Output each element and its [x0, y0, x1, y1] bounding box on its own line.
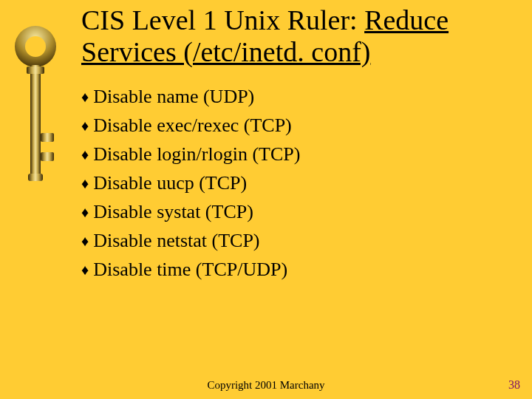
- slide-content: CIS Level 1 Unix Ruler: Reduce Services …: [81, 4, 522, 284]
- bullet-text: Disable uucp (TCP): [93, 172, 247, 194]
- copyright-footer: Copyright 2001 Marchany: [0, 379, 532, 392]
- list-item: ♦Disable uucp (TCP): [81, 168, 522, 197]
- list-item: ♦Disable netstat (TCP): [81, 226, 522, 255]
- title-plain: CIS Level 1 Unix Ruler:: [81, 4, 364, 35]
- page-number: 38: [508, 378, 520, 392]
- svg-rect-5: [41, 152, 54, 161]
- bullet-text: Disable systat (TCP): [93, 201, 253, 222]
- svg-rect-3: [27, 66, 44, 74]
- bullet-text: Disable login/rlogin (TCP): [93, 143, 300, 165]
- svg-point-1: [25, 36, 46, 57]
- list-item: ♦Disable exec/rexec (TCP): [81, 111, 522, 140]
- list-item: ♦Disable systat (TCP): [81, 197, 522, 226]
- bullet-icon: ♦: [81, 89, 93, 105]
- bullet-icon: ♦: [81, 262, 93, 278]
- bullet-text: Disable time (TCP/UDP): [93, 259, 287, 280]
- list-item: ♦Disable name (UDP): [81, 82, 522, 111]
- list-item: ♦Disable time (TCP/UDP): [81, 255, 522, 284]
- svg-rect-6: [28, 174, 43, 181]
- bullet-icon: ♦: [81, 175, 93, 191]
- bullet-icon: ♦: [81, 233, 93, 249]
- sidebar-graphic: [0, 0, 74, 399]
- bullet-icon: ♦: [81, 146, 93, 163]
- bullet-text: Disable netstat (TCP): [93, 230, 259, 251]
- svg-rect-4: [41, 133, 54, 142]
- bullet-text: Disable exec/rexec (TCP): [93, 115, 292, 136]
- bullet-list: ♦Disable name (UDP) ♦Disable exec/rexec …: [81, 82, 522, 284]
- key-icon: [13, 22, 58, 207]
- bullet-text: Disable name (UDP): [93, 86, 254, 107]
- bullet-icon: ♦: [81, 117, 93, 134]
- list-item: ♦Disable login/rlogin (TCP): [81, 140, 522, 168]
- bullet-icon: ♦: [81, 204, 93, 220]
- slide-title: CIS Level 1 Unix Ruler: Reduce Services …: [81, 4, 522, 67]
- svg-rect-2: [30, 65, 41, 176]
